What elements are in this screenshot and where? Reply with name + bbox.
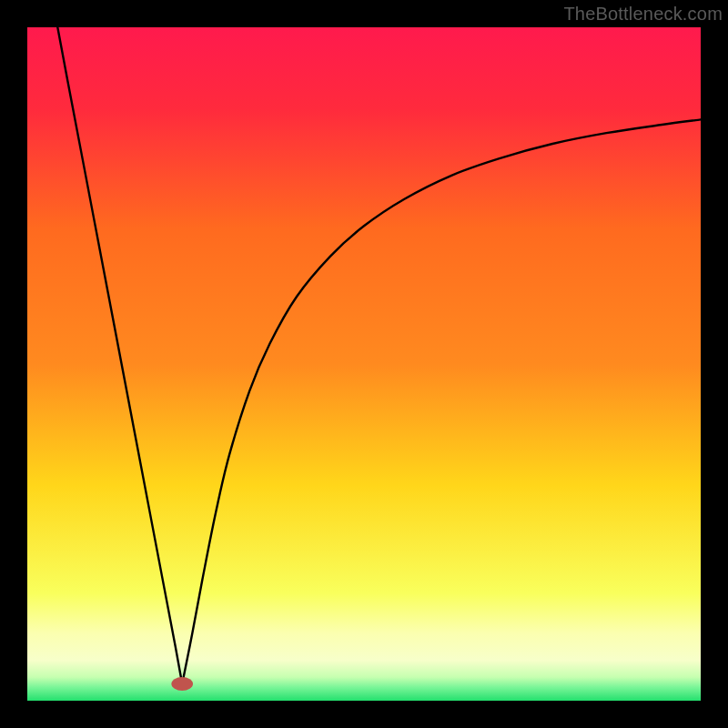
bottleneck-curve-chart — [27, 27, 701, 701]
chart-frame: TheBottleneck.com — [0, 0, 728, 728]
watermark-text: TheBottleneck.com — [563, 4, 723, 25]
minimum-marker — [171, 677, 193, 691]
gradient-background — [27, 27, 701, 701]
plot-area — [27, 27, 701, 701]
